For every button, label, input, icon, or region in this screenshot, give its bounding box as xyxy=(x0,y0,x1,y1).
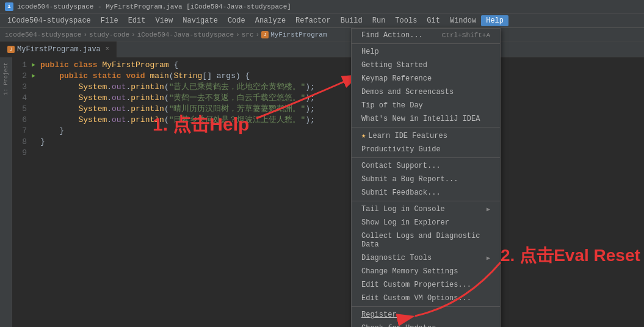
line-2: 2 ▶ public static void main(String[] arg… xyxy=(12,71,644,82)
menu-analyze[interactable]: Analyze xyxy=(250,15,291,26)
menu-navigate[interactable]: Navigate xyxy=(178,15,223,26)
menu-help-item[interactable]: Help xyxy=(352,45,500,59)
editor-tab[interactable]: J MyFirstProgram.java × xyxy=(0,41,117,57)
main-content: 1: Project 1 ▶ public class MyFirstProgr… xyxy=(0,57,644,327)
menu-tip-of-day[interactable]: Tip of the Day xyxy=(352,99,500,112)
menu-memory-settings[interactable]: Change Memory Settings xyxy=(352,265,500,278)
menu-file[interactable]: File xyxy=(96,15,123,26)
menu-build[interactable]: Build xyxy=(336,15,367,26)
menu-check-updates[interactable]: Check for Updates... xyxy=(352,322,500,327)
divider-2 xyxy=(352,127,500,128)
menu-view[interactable]: View xyxy=(150,15,178,26)
menu-code[interactable]: Code xyxy=(223,15,250,26)
menu-show-log[interactable]: Show Log in Explorer xyxy=(352,216,500,229)
menu-register[interactable]: Register... xyxy=(352,308,500,322)
menu-help[interactable]: Help xyxy=(481,15,508,26)
menu-git[interactable]: Git xyxy=(422,15,445,26)
menu-collect-logs[interactable]: Collect Logs and Diagnostic Data xyxy=(352,229,500,251)
line-5: 5 System.out.println("晴川历历汉阳树，芳草萋萋鹦鹉洲。")… xyxy=(12,104,644,115)
menu-tail-log[interactable]: Tail Log in Console ▶ xyxy=(352,203,500,216)
tab-label: MyFirstProgram.java xyxy=(17,45,101,54)
line-4: 4 System.out.println("黄鹤一去不复返，白云千载空悠悠。")… xyxy=(12,93,644,104)
menu-bar: iCode504-studyspace File Edit View Navig… xyxy=(0,13,644,28)
menu-demos-screencasts[interactable]: Demos and Screencasts xyxy=(352,85,500,99)
menu-productivity-guide[interactable]: Productivity Guide xyxy=(352,143,500,156)
menu-getting-started[interactable]: Getting Started xyxy=(352,59,500,72)
title-bar: i icode504-studyspace - MyFirstProgram.j… xyxy=(0,0,644,13)
divider-3 xyxy=(352,157,500,158)
java-file-icon: J xyxy=(7,46,15,53)
menu-learn-ide[interactable]: ★Learn IDE Features xyxy=(352,129,500,143)
menu-tools[interactable]: Tools xyxy=(390,15,422,26)
line-1: 1 ▶ public class MyFirstProgram { xyxy=(12,60,644,71)
divider-1 xyxy=(352,43,500,44)
line-7: 7 } xyxy=(12,126,644,137)
menu-edit-custom-props[interactable]: Edit Custom Properties... xyxy=(352,278,500,292)
breadcrumb: icode504-studyspace › study-code › iCode… xyxy=(0,28,644,41)
divider-4 xyxy=(352,201,500,201)
line-8: 8 } xyxy=(12,137,644,148)
file-type-icon: J xyxy=(261,31,269,38)
window-title: icode504-studyspace - MyFirstProgram.jav… xyxy=(17,3,291,10)
menu-diagnostic-tools[interactable]: Diagnostic Tools ▶ xyxy=(352,251,500,265)
project-label: 1: Project xyxy=(2,60,10,98)
code-editor[interactable]: 1 ▶ public class MyFirstProgram { 2 ▶ pu… xyxy=(12,57,644,327)
help-dropdown-menu: Find Action... Ctrl+Shift+A Help Getting… xyxy=(351,28,501,327)
tab-bar: J MyFirstProgram.java × xyxy=(0,41,644,57)
line-9: 9 xyxy=(12,148,644,159)
menu-icode[interactable]: iCode504-studyspace xyxy=(2,15,96,26)
menu-whats-new[interactable]: What's New in IntelliJ IDEA xyxy=(352,112,500,126)
project-sidebar[interactable]: 1: Project xyxy=(0,57,12,327)
menu-find-action[interactable]: Find Action... Ctrl+Shift+A xyxy=(352,29,500,42)
divider-5 xyxy=(352,306,500,307)
menu-edit[interactable]: Edit xyxy=(123,15,151,26)
menu-keymap-reference[interactable]: Keymap Reference xyxy=(352,72,500,85)
app-icon: i xyxy=(5,2,13,11)
menu-run[interactable]: Run xyxy=(367,15,391,26)
menu-window[interactable]: Window xyxy=(445,15,481,26)
line-3: 3 System.out.println("昔人已乘黄鹤去，此地空余黄鹤楼。")… xyxy=(12,82,644,93)
menu-submit-bug[interactable]: Submit a Bug Report... xyxy=(352,173,500,186)
menu-submit-feedback[interactable]: Submit Feedback... xyxy=(352,186,500,199)
line-6: 6 System.out.println("日暮乡关何处是？烟波江上使人愁。")… xyxy=(12,115,644,126)
menu-refactor[interactable]: Refactor xyxy=(291,15,336,26)
menu-contact-support[interactable]: Contact Support... xyxy=(352,159,500,173)
menu-edit-custom-vm[interactable]: Edit Custom VM Options... xyxy=(352,292,500,305)
tab-close-button[interactable]: × xyxy=(106,46,109,52)
